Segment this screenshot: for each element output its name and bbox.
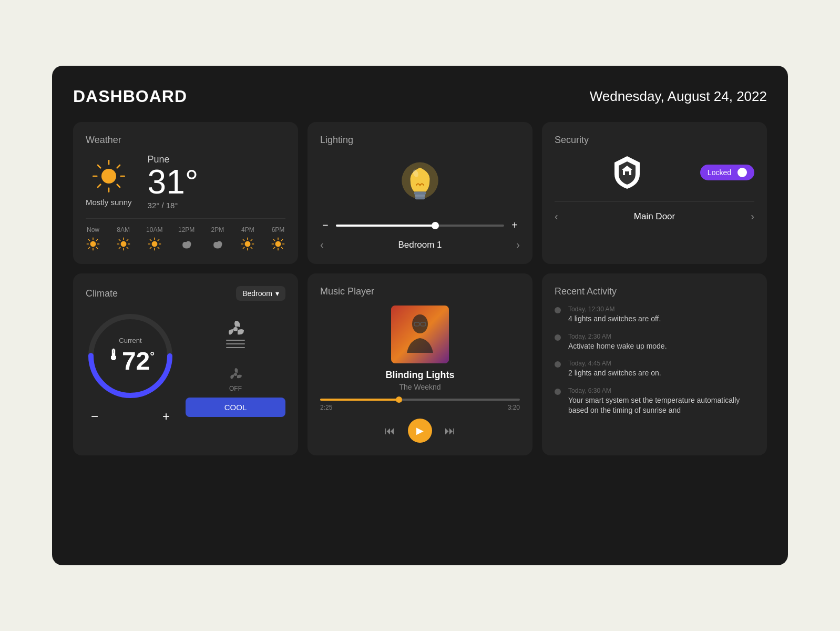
lighting-prev-button[interactable]: ‹	[320, 239, 324, 251]
cloud-icon	[210, 237, 225, 251]
weather-condition: Mostly sunny	[86, 198, 132, 207]
svg-line-8	[98, 184, 100, 187]
svg-rect-66	[625, 171, 629, 175]
svg-line-23	[119, 239, 120, 240]
svg-point-69	[233, 327, 238, 331]
sun-icon	[271, 237, 285, 251]
svg-point-0	[101, 169, 116, 184]
sun-icon	[147, 237, 162, 251]
weather-hour-item: 12PM	[178, 226, 194, 251]
svg-point-51	[275, 241, 281, 247]
svg-point-41	[217, 241, 222, 247]
svg-line-6	[117, 184, 120, 187]
bulb-icon	[394, 154, 446, 212]
fan-lines	[226, 340, 245, 352]
activity-text: 4 lights and switches are off.	[568, 314, 661, 324]
door-nav: ‹ Main Door ›	[555, 201, 754, 222]
svg-point-27	[151, 241, 157, 247]
lighting-bulb-container	[320, 154, 520, 212]
lighting-card: Lighting −	[308, 122, 532, 264]
fan-line-2	[226, 343, 245, 344]
activity-time: Today, 2:30 AM	[568, 333, 667, 340]
brightness-increase-button[interactable]: +	[509, 219, 520, 231]
svg-line-47	[243, 239, 244, 240]
activity-text: 2 lights and switches are on.	[568, 368, 661, 379]
security-card: Security Locked ‹ M	[542, 122, 767, 264]
activity-list: Today, 12:30 AM4 lights and switches are…	[555, 306, 754, 416]
music-progress-thumb	[396, 396, 402, 403]
song-title: Blinding Lights	[320, 370, 520, 381]
svg-line-17	[88, 247, 89, 248]
player-controls: ⏮ ▶ ⏭	[320, 419, 520, 443]
lock-toggle	[737, 168, 747, 177]
cloud-icon	[179, 237, 194, 251]
weather-hour-item: 4PM	[240, 226, 255, 251]
lighting-room-nav: ‹ Bedroom 1 ›	[320, 239, 520, 251]
climate-content: Current 🌡 72 ° − +	[86, 311, 285, 424]
weather-hourly: Now 8AM	[86, 218, 285, 251]
sun-icon	[116, 237, 131, 251]
thermostat-inner: Current 🌡 72 °	[86, 311, 175, 401]
header: DASHBOARD Wednesday, August 24, 2022	[73, 87, 767, 106]
activity-item: Today, 2:30 AMActivate home wake up mode…	[555, 333, 754, 352]
main-grid: Weather	[73, 122, 767, 455]
album-art-svg	[391, 306, 449, 363]
svg-line-5	[98, 165, 100, 168]
brightness-slider[interactable]	[336, 225, 505, 227]
sun-icon	[240, 237, 255, 251]
current-time: 2:25	[320, 404, 332, 411]
next-button[interactable]: ⏭	[445, 425, 455, 437]
svg-rect-63	[415, 197, 425, 200]
svg-line-24	[127, 247, 128, 248]
weather-hour-item: 8AM	[116, 226, 131, 251]
play-pause-button[interactable]: ▶	[408, 419, 432, 443]
cool-mode-button[interactable]: COOL	[186, 398, 285, 417]
song-artist: The Weeknd	[320, 383, 520, 391]
weather-hour-time: 2PM	[211, 226, 224, 233]
activity-dot	[555, 307, 561, 313]
svg-rect-72	[391, 306, 449, 363]
weather-hour-item: 2PM	[210, 226, 225, 251]
activity-dot	[555, 389, 561, 395]
svg-line-33	[158, 247, 159, 248]
svg-rect-61	[414, 192, 426, 195]
total-time: 3:20	[508, 404, 520, 411]
svg-line-25	[127, 239, 128, 240]
temp-adjustment: − +	[86, 409, 175, 424]
activity-item: Today, 6:30 AMYour smart system set the …	[555, 387, 754, 416]
weather-temperature: 31°	[148, 165, 199, 199]
weather-hour-time: 6PM	[272, 226, 285, 233]
lighting-next-button[interactable]: ›	[516, 239, 520, 251]
sun-icon	[86, 237, 100, 251]
activity-time: Today, 4:45 AM	[568, 360, 661, 367]
climate-header: Climate Bedroom ▾	[86, 286, 285, 301]
svg-line-32	[150, 239, 151, 240]
weather-right: Pune 31° 32° / 18°	[148, 154, 199, 210]
prev-button[interactable]: ⏮	[385, 425, 395, 437]
sun-icon	[90, 158, 127, 195]
security-card-title: Security	[555, 135, 754, 146]
door-next-button[interactable]: ›	[751, 210, 754, 222]
activity-dot	[555, 361, 561, 368]
activity-item: Today, 12:30 AM4 lights and switches are…	[555, 306, 754, 324]
door-prev-button[interactable]: ‹	[555, 210, 558, 222]
weather-hour-time: Now	[87, 226, 99, 233]
door-name: Main Door	[634, 211, 675, 222]
brightness-decrease-button[interactable]: −	[320, 219, 331, 231]
weather-left: Mostly sunny	[86, 158, 132, 207]
weather-hour-time: 12PM	[178, 226, 194, 233]
lock-status-label: Locked	[708, 168, 731, 177]
weather-hour-item: 10AM	[146, 226, 162, 251]
svg-rect-62	[415, 195, 425, 197]
fan-status-label: OFF	[229, 385, 242, 392]
music-progress-bar[interactable]	[320, 399, 520, 401]
svg-line-34	[158, 239, 159, 240]
temp-increase-button[interactable]: +	[157, 409, 175, 424]
activity-dot	[555, 334, 561, 341]
brightness-control: − +	[320, 219, 520, 231]
climate-room-dropdown[interactable]: Bedroom ▾	[236, 286, 285, 301]
thermostat-ring: Current 🌡 72 °	[86, 311, 175, 401]
temp-decrease-button[interactable]: −	[86, 409, 104, 424]
svg-point-42	[245, 241, 251, 247]
lock-badge[interactable]: Locked	[700, 165, 754, 180]
